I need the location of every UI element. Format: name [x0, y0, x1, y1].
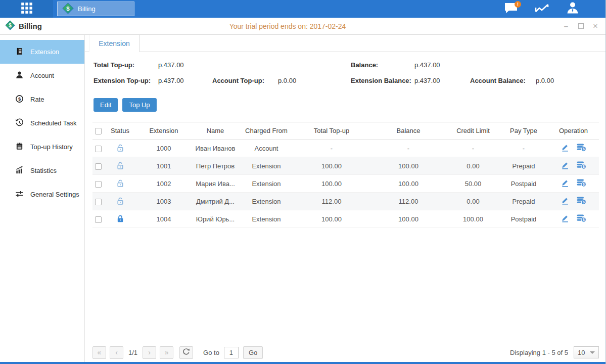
credit-limit-cell: 0.00 [447, 162, 499, 170]
sidebar: Extension Account $ Rate [0, 35, 85, 362]
edit-row-icon[interactable] [561, 214, 569, 224]
row-checkbox[interactable] [95, 181, 102, 188]
tab-extension[interactable]: Extension [89, 35, 139, 52]
balance-cell: 100.00 [370, 162, 447, 170]
history-clock-icon [15, 118, 24, 128]
sidebar-item-label: Scheduled Task [30, 119, 77, 127]
chevron-down-icon [590, 351, 595, 354]
topup-row-icon[interactable]: $ [577, 214, 586, 224]
sidebar-item-scheduled-task[interactable]: Scheduled Task [0, 111, 84, 135]
account-balance-label: Account Balance: [470, 77, 526, 84]
notebook-icon [15, 142, 24, 152]
taskbar-tab-billing[interactable]: $ Billing [57, 2, 134, 16]
top-up-button[interactable]: Top Up [122, 98, 156, 112]
total-topup-cell: 100.00 [293, 162, 370, 170]
monitor-button[interactable] [533, 2, 550, 17]
minimize-button[interactable]: – [562, 22, 570, 30]
sidebar-item-extension[interactable]: Extension [0, 40, 84, 64]
edit-row-icon[interactable] [561, 161, 569, 171]
trial-notice: Your trial period ends on: 2017-02-24 [0, 22, 575, 30]
sidebar-item-general-settings[interactable]: General Settings [0, 183, 84, 206]
extension-balance-value: p.437.00 [414, 77, 440, 84]
table-row: 1000Иван ИвановAccount----$ [92, 140, 599, 157]
window-body: Extension Account $ Rate [0, 35, 605, 362]
total-topup-cell: - [293, 145, 370, 152]
sidebar-item-statistics[interactable]: Statistics [0, 159, 84, 183]
topup-row-icon[interactable]: $ [577, 161, 586, 171]
row-checkbox[interactable] [95, 163, 102, 170]
displaying-text: Displaying 1 - 5 of 5 [510, 349, 568, 356]
person-icon [15, 71, 24, 81]
sidebar-item-rate[interactable]: $ Rate [0, 87, 84, 111]
account-topup-value: p.0.00 [278, 77, 296, 84]
charged-from-cell: Account [240, 145, 293, 152]
next-page-button[interactable]: › [143, 346, 156, 359]
table-header: Status Extension Name Charged From Total… [92, 122, 599, 140]
goto-label: Go to [203, 349, 219, 356]
svg-text:$: $ [582, 165, 584, 169]
window-bottom-edge [0, 362, 605, 364]
sidebar-item-label: Statistics [30, 167, 57, 174]
refresh-button[interactable] [179, 346, 193, 359]
credit-limit-cell: 50.00 [447, 180, 499, 188]
svg-text:$: $ [18, 96, 21, 101]
balance-cell: 100.00 [370, 180, 447, 188]
topup-row-icon[interactable]: $ [577, 178, 586, 189]
credit-limit-cell: - [447, 145, 499, 152]
extension-cell: 1003 [136, 198, 191, 205]
sidebar-item-label: Extension [30, 48, 59, 56]
user-icon [566, 1, 580, 17]
pay-type-cell: - [499, 145, 548, 152]
taskbar-tab-label: Billing [78, 5, 96, 13]
sidebar-item-topup-history[interactable]: Top-up History [0, 135, 84, 159]
unlocked-icon [116, 179, 125, 187]
edit-row-icon[interactable] [561, 143, 569, 153]
line-chart-icon [534, 2, 549, 17]
last-page-button[interactable]: » [160, 346, 173, 359]
ledger-icon [15, 47, 24, 57]
edit-row-icon[interactable] [561, 196, 569, 206]
edit-button[interactable]: Edit [94, 98, 118, 112]
edit-row-icon[interactable] [561, 178, 569, 189]
row-checkbox[interactable] [95, 146, 102, 152]
page-size-select[interactable]: 10 [574, 346, 599, 358]
total-topup-cell: 112.00 [293, 198, 370, 205]
charged-from-cell: Extension [240, 198, 293, 205]
extension-table: Status Extension Name Charged From Total… [92, 122, 599, 228]
select-all-checkbox[interactable] [95, 128, 102, 134]
unlocked-icon [116, 161, 125, 169]
notifications-button[interactable]: ! [502, 2, 520, 17]
extension-cell: 1004 [136, 215, 191, 223]
svg-text:$: $ [66, 5, 70, 11]
first-page-button[interactable]: « [92, 346, 106, 359]
topup-row-icon[interactable]: $ [577, 196, 586, 206]
user-button[interactable] [564, 2, 581, 17]
goto-page-input[interactable] [224, 347, 239, 358]
col-operation: Operation [548, 127, 599, 134]
billing-window: $ Billing ! [0, 0, 606, 364]
app-grid-button[interactable] [0, 0, 53, 18]
table-row: 1001Петр ПетровExtension100.00100.000.00… [92, 157, 599, 175]
maximize-button[interactable] [577, 22, 585, 30]
titlebar: $ Billing Your trial period ends on: 201… [0, 18, 605, 35]
topup-row-icon[interactable]: $ [577, 143, 586, 153]
go-button[interactable]: Go [243, 346, 263, 359]
pay-type-cell: Postpaid [499, 215, 548, 223]
sidebar-item-account[interactable]: Account [0, 64, 84, 87]
extension-topup-label: Extension Top-up: [94, 77, 151, 84]
svg-text:$: $ [582, 183, 584, 187]
pay-type-cell: Prepaid [499, 162, 548, 170]
svg-text:$: $ [582, 147, 584, 151]
row-checkbox[interactable] [95, 199, 102, 205]
balance-cell: 100.00 [370, 215, 447, 223]
balance-cell: 112.00 [370, 198, 447, 205]
sidebar-item-label: General Settings [30, 191, 79, 198]
extension-cell: 1002 [136, 180, 191, 188]
credit-limit-cell: 100.00 [447, 215, 499, 223]
table-row: 1002Мария Ива...Extension100.00100.0050.… [92, 175, 599, 193]
row-checkbox[interactable] [95, 216, 102, 223]
name-cell: Дмитрий Д... [191, 198, 240, 205]
prev-page-button[interactable]: ‹ [110, 346, 123, 359]
col-charged-from: Charged From [240, 127, 293, 134]
close-button[interactable]: × [591, 22, 599, 30]
